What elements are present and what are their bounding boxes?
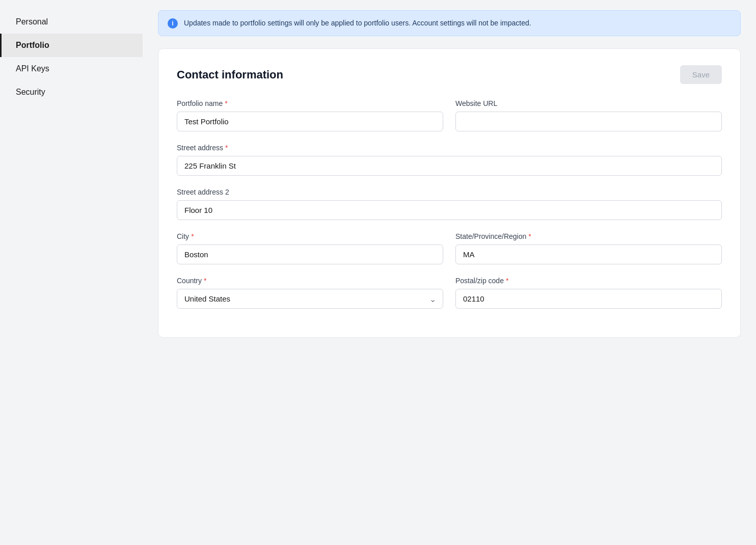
info-banner-text: Updates made to portfolio settings will …: [184, 18, 531, 29]
form-group-portfolio-name: Portfolio name *: [177, 99, 443, 131]
form-row-city-state: City * State/Province/Region *: [177, 232, 722, 264]
sidebar-item-personal-label: Personal: [16, 17, 48, 26]
street-address-2-input[interactable]: [177, 200, 722, 220]
country-label: Country *: [177, 277, 443, 285]
state-required: *: [528, 232, 531, 240]
info-banner: i Updates made to portfolio settings wil…: [158, 10, 741, 36]
postal-code-required: *: [506, 277, 508, 285]
postal-code-input[interactable]: [455, 289, 722, 309]
form-group-street-address-2: Street address 2: [177, 188, 722, 220]
form-group-website-url: Website URL: [455, 99, 722, 131]
portfolio-name-label: Portfolio name *: [177, 99, 443, 107]
contact-information-card: Contact information Save Portfolio name …: [158, 48, 741, 338]
city-input[interactable]: [177, 244, 443, 264]
street-address-input[interactable]: [177, 156, 722, 176]
sidebar-item-portfolio[interactable]: Portfolio: [0, 34, 143, 57]
state-input[interactable]: [455, 244, 722, 264]
sidebar-item-api-keys[interactable]: API Keys: [0, 57, 143, 80]
sidebar-item-personal[interactable]: Personal: [0, 10, 143, 34]
card-title: Contact information: [177, 68, 283, 81]
website-url-input[interactable]: [455, 112, 722, 131]
form-row-country-postal: Country * United States Canada United Ki…: [177, 277, 722, 309]
sidebar-item-api-keys-label: API Keys: [16, 64, 49, 73]
sidebar-item-security[interactable]: Security: [0, 80, 143, 104]
form-row-name-url: Portfolio name * Website URL: [177, 99, 722, 131]
sidebar: Personal Portfolio API Keys Security: [0, 0, 143, 545]
form-group-street-address: Street address *: [177, 144, 722, 176]
sidebar-item-security-label: Security: [16, 88, 45, 97]
country-select[interactable]: United States Canada United Kingdom Aust…: [177, 289, 443, 309]
state-label: State/Province/Region *: [455, 232, 722, 240]
country-required: *: [204, 277, 206, 285]
form-group-postal-code: Postal/zip code *: [455, 277, 722, 309]
form-row-street-address: Street address *: [177, 144, 722, 176]
form-row-street-address-2: Street address 2: [177, 188, 722, 220]
city-required: *: [191, 232, 194, 240]
save-button[interactable]: Save: [680, 65, 722, 84]
form-group-state: State/Province/Region *: [455, 232, 722, 264]
main-content: i Updates made to portfolio settings wil…: [143, 0, 756, 545]
city-label: City *: [177, 232, 443, 240]
sidebar-item-portfolio-label: Portfolio: [16, 41, 49, 50]
street-address-label: Street address *: [177, 144, 722, 152]
postal-code-label: Postal/zip code *: [455, 277, 722, 285]
street-address-required: *: [225, 144, 228, 152]
form-group-country: Country * United States Canada United Ki…: [177, 277, 443, 309]
form-group-city: City *: [177, 232, 443, 264]
street-address-2-label: Street address 2: [177, 188, 722, 196]
portfolio-name-required: *: [225, 99, 227, 107]
country-select-wrapper: United States Canada United Kingdom Aust…: [177, 289, 443, 309]
website-url-label: Website URL: [455, 99, 722, 107]
info-icon: i: [168, 18, 178, 29]
portfolio-name-input[interactable]: [177, 112, 443, 131]
card-header: Contact information Save: [177, 65, 722, 84]
